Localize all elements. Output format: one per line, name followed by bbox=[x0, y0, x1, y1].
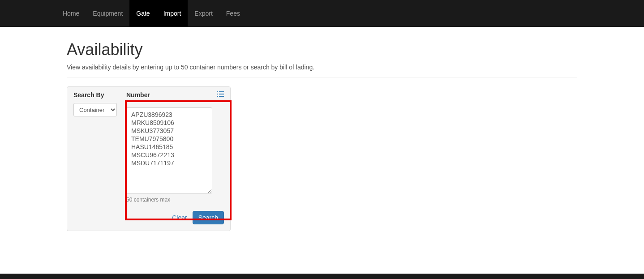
nav-gate[interactable]: Gate bbox=[129, 0, 156, 27]
svg-rect-4 bbox=[217, 96, 218, 97]
search-button[interactable]: Search bbox=[193, 211, 224, 224]
svg-rect-1 bbox=[219, 91, 224, 92]
svg-rect-5 bbox=[219, 96, 224, 97]
divider bbox=[67, 77, 577, 77]
number-textarea[interactable] bbox=[126, 107, 212, 193]
clear-button[interactable]: Clear bbox=[172, 214, 187, 221]
helper-text: 50 containers max bbox=[126, 197, 224, 203]
number-column: Number 50 containers max bbox=[126, 91, 224, 224]
svg-rect-3 bbox=[219, 94, 224, 94]
svg-rect-0 bbox=[217, 91, 218, 92]
nav-home[interactable]: Home bbox=[56, 0, 86, 27]
main-container: Availability View availability details b… bbox=[60, 40, 584, 231]
nav-equipment[interactable]: Equipment bbox=[86, 0, 129, 27]
search-panel: Search By Container Number bbox=[67, 86, 231, 231]
page-subtitle: View availability details by entering up… bbox=[67, 64, 577, 71]
search-by-column: Search By Container bbox=[73, 91, 126, 224]
list-view-icon[interactable] bbox=[217, 91, 224, 99]
nav-export[interactable]: Export bbox=[188, 0, 219, 27]
page-title: Availability bbox=[67, 40, 577, 59]
svg-rect-2 bbox=[217, 94, 218, 94]
search-by-label: Search By bbox=[73, 91, 126, 99]
top-navbar: Home Equipment Gate Import Export Fees bbox=[0, 0, 644, 27]
search-by-select[interactable]: Container bbox=[73, 103, 117, 116]
number-label: Number bbox=[126, 91, 150, 99]
nav-import[interactable]: Import bbox=[157, 0, 188, 27]
nav-fees[interactable]: Fees bbox=[219, 0, 247, 27]
